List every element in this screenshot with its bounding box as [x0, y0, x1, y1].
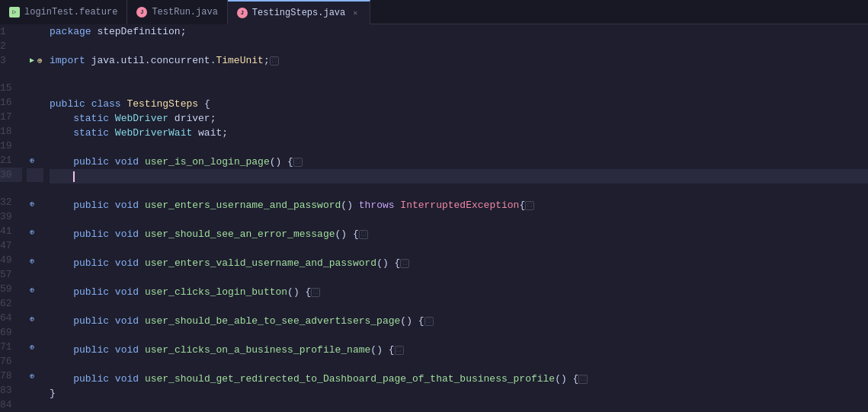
line-num-16: 16: [0, 95, 22, 110]
code-line-15: [50, 82, 868, 97]
plus-icon-49[interactable]: ⊕: [27, 256, 37, 267]
gutter-71: ⊕: [27, 340, 43, 355]
fold-icon-78[interactable]: □: [578, 375, 588, 384]
line-num-21: 21: [0, 153, 22, 168]
line-num-59: 59: [0, 282, 22, 296]
line-num-15: 15: [0, 81, 22, 95]
fold-icon-32[interactable]: □: [525, 201, 534, 210]
line-num-83: 83: [0, 383, 22, 398]
line-num-71: 71: [0, 340, 22, 354]
tab-feature[interactable]: ▷ loginTest.feature: [0, 0, 127, 24]
fold-icon-59[interactable]: □: [311, 288, 320, 297]
line-num-78: 78: [0, 369, 22, 383]
gutter-69: [27, 326, 43, 340]
tab-close-button[interactable]: ✕: [350, 8, 360, 18]
code-line-84: [50, 401, 868, 412]
gutter-blank2: [27, 182, 43, 196]
code-line-1: package stepDefinition;: [50, 24, 868, 39]
line-num-18: 18: [0, 124, 22, 139]
gutter-18: [27, 125, 43, 139]
gutter-76: [27, 355, 43, 369]
line-numbers: 1 2 3 15 16 17 18 19 21 30 32 39 41 47 4…: [0, 24, 27, 412]
code-line-3: import java.util.concurrent.TimeUnit;□: [50, 53, 868, 68]
fold-icon-71[interactable]: □: [395, 346, 404, 355]
line-num-39: 39: [0, 209, 22, 224]
run-icon-3[interactable]: ▶: [27, 55, 37, 65]
gutter-19: [27, 139, 43, 154]
line-num-3: 3: [0, 53, 22, 68]
gutter-17: [27, 110, 43, 125]
line-num-57: 57: [0, 267, 22, 282]
code-line-41: public void user_should_see_an_error_mes…: [50, 227, 868, 241]
plus-icon-64[interactable]: ⊕: [27, 314, 37, 324]
code-line-17: static WebDriver driver;: [50, 111, 868, 126]
tab-testingsteps-label: TestingSteps.java: [252, 8, 345, 18]
code-area: 1 2 3 15 16 17 18 19 21 30 32 39 41 47 4…: [0, 24, 868, 412]
line-num-19: 19: [0, 139, 22, 153]
gutter-box-3: ⊕: [37, 56, 43, 65]
line-num-blank1: [0, 68, 22, 81]
code-line-59: public void user_clicks_login_button() {…: [50, 285, 868, 299]
plus-icon-78[interactable]: ⊕: [27, 371, 37, 382]
gutter-47: [27, 240, 43, 254]
code-line-blank1: [50, 68, 868, 82]
code-line-18: static WebDriverWait wait;: [50, 126, 868, 140]
gutter-2: [27, 39, 43, 53]
code-line-39: [50, 212, 868, 227]
text-cursor: [73, 171, 75, 182]
code-line-21: public void user_is_on_login_page() {□: [50, 155, 868, 169]
code-line-30: [50, 169, 868, 184]
line-num-41: 41: [0, 224, 22, 238]
gutter-16: [27, 96, 43, 110]
code-line-57: [50, 270, 868, 285]
gutter-84: [27, 398, 43, 412]
line-num-62: 62: [0, 296, 22, 311]
fold-icon-41[interactable]: □: [359, 230, 368, 239]
tab-testrun-label: TestRun.java: [152, 7, 217, 18]
gutter-15: [27, 81, 43, 96]
gutter-3: ▶ ⊕: [27, 53, 43, 68]
code-content[interactable]: package stepDefinition; import java.util…: [43, 24, 868, 412]
fold-icon-21[interactable]: □: [293, 158, 303, 167]
gutter-1: [27, 24, 43, 39]
gutter-49: ⊕: [27, 254, 43, 269]
plus-icon-41[interactable]: ⊕: [27, 227, 37, 238]
tab-testingsteps[interactable]: J TestingSteps.java ✕: [228, 0, 370, 24]
fold-icon-64[interactable]: □: [424, 317, 434, 326]
plus-icon-71[interactable]: ⊕: [27, 342, 37, 353]
line-num-2: 2: [0, 39, 22, 53]
fold-icon-49[interactable]: □: [400, 259, 409, 268]
line-num-17: 17: [0, 110, 22, 124]
java-icon-testrun: J: [136, 7, 147, 18]
gutter-62: [27, 297, 43, 311]
code-line-47: [50, 241, 868, 256]
line-num-84: 84: [0, 398, 22, 412]
code-line-76: [50, 357, 868, 372]
line-num-32: 32: [0, 195, 22, 209]
code-line-62: [50, 299, 868, 314]
code-line-32: public void user_enters_username_and_pas…: [50, 198, 868, 212]
line-num-blank2: [0, 182, 22, 195]
code-line-71: public void user_clicks_on_a_business_pr…: [50, 343, 868, 357]
tab-testrun[interactable]: J TestRun.java: [127, 0, 227, 24]
code-line-blank2: [50, 184, 868, 198]
gutter-blank1: [27, 68, 43, 82]
gutter-83: [27, 383, 43, 398]
tab-bar: ▷ loginTest.feature J TestRun.java J Tes…: [0, 0, 868, 24]
gutter-57: [27, 269, 43, 283]
tab-feature-label: loginTest.feature: [24, 7, 117, 18]
plus-icon-59[interactable]: ⊕: [27, 285, 37, 295]
fold-icon-3[interactable]: □: [270, 56, 279, 65]
code-line-16: public class TestingSteps {: [50, 97, 868, 111]
gutter-78: ⊕: [27, 369, 43, 384]
feature-icon: ▷: [9, 7, 20, 18]
java-icon-testingsteps: J: [237, 8, 248, 18]
plus-icon-21[interactable]: ⊕: [27, 155, 37, 166]
gutter-59: ⊕: [27, 283, 43, 297]
gutter-32: ⊕: [27, 196, 43, 211]
code-line-64: public void user_should_be_able_to_see_a…: [50, 314, 868, 328]
plus-icon-32[interactable]: ⊕: [27, 199, 37, 209]
gutter-41: ⊕: [27, 225, 43, 240]
code-line-69: [50, 328, 868, 343]
line-num-30: 30: [0, 168, 22, 182]
